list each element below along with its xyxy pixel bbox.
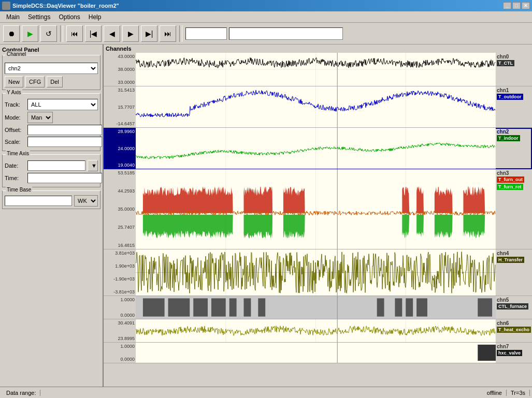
chn-label-1: chn1 T_outdoor — [496, 86, 532, 127]
data-range-label: Data range: — [2, 390, 40, 396]
time-display[interactable]: 2020.07.06 17:38:31.002.675 — [229, 27, 343, 40]
chn-label-7: chn7 hxc_valve — [496, 343, 532, 363]
channel-select-row: chn0 chn1 chn2 chn3 chn4 chn5 chn6 chn7 — [5, 63, 98, 74]
offline-status: offline — [483, 390, 507, 396]
chn-name-4: H_Transfer — [497, 257, 524, 263]
channel-row-7: 1.0000 0.0000 chn7 hxc_valve — [104, 343, 532, 363]
y-bot-3: 16.4815 — [105, 243, 135, 248]
rewind-start-btn[interactable]: ⏮ — [66, 25, 83, 42]
channels-area: Channels 43.0000 38.0000 33.0000 chn0 T_… — [104, 45, 532, 387]
step-fwd-btn[interactable]: ▶| — [141, 25, 157, 42]
statusbar: Data range: offline Tr=3s — [0, 387, 532, 398]
channel-row-6: 30.4091 23.8995 chn6 T_heat_excho — [104, 319, 532, 343]
y-axis-2: 28.9960 24.0000 19.0040 — [104, 128, 136, 169]
chn-label-2: chn2 T_indoor — [496, 128, 532, 169]
y-bot-1: -14.6457 — [105, 121, 135, 126]
date-row: Date: 03/02/20 ▼ — [5, 160, 98, 171]
y-axis-label: Y Axis — [6, 90, 22, 95]
record-btn[interactable]: ⏺ — [3, 25, 20, 42]
scale-row: Scale: 2.81000000 — [5, 137, 98, 147]
chart-area-1[interactable] — [136, 86, 496, 127]
y-mid-4: 1.90e+03 — [105, 263, 135, 269]
chn-name3-2: T_furn_ret — [497, 184, 523, 190]
y-top-5: 1.0000 — [105, 297, 135, 302]
next-btn[interactable]: ▶ — [122, 25, 139, 42]
mode-select[interactable]: Man Auto — [27, 112, 53, 123]
y-mid3-3: 25.7407 — [105, 225, 135, 230]
chn-name3-1: T_furn_out — [497, 176, 524, 183]
chn-id-6: chn6 — [497, 320, 509, 326]
chart-area-0[interactable] — [136, 53, 496, 86]
y-mid-1: 15.7707 — [105, 105, 135, 110]
y-top-6: 30.4091 — [105, 320, 135, 326]
channel-row-0: 43.0000 38.0000 33.0000 chn0 T_CTL — [104, 53, 532, 86]
chn-id-1: chn1 — [497, 87, 509, 93]
track-select[interactable]: ALL chn0 chn1 — [27, 99, 98, 110]
time-label: Time: — [5, 175, 25, 181]
chart-area-5[interactable] — [136, 296, 496, 319]
time-input[interactable]: 15:08:39.026.450 — [27, 173, 102, 183]
time-axis-group: Time Axis Date: 03/02/20 ▼ Time: 15:08:3… — [2, 154, 100, 187]
date-picker-btn[interactable]: ▼ — [88, 160, 98, 171]
menu-settings[interactable]: Settings — [24, 12, 54, 22]
chart-area-7[interactable] — [136, 343, 496, 363]
offset-input[interactable]: -24.00000000 — [27, 125, 102, 135]
del-btn[interactable]: Del — [47, 76, 63, 87]
time-base-unit[interactable]: WK Day Hr Min Sec — [74, 195, 98, 207]
y-bot-6: 23.8995 — [105, 336, 135, 341]
y-top-1: 31.5413 — [105, 87, 135, 93]
chn-id-2: chn2 — [497, 129, 509, 135]
minimize-btn[interactable]: _ — [503, 2, 511, 9]
toolbar-sep2 — [179, 25, 182, 42]
new-btn[interactable]: New — [5, 76, 23, 87]
chn-id-4: chn4 — [497, 250, 509, 256]
y-bot-0: 33.0000 — [105, 80, 135, 85]
close-btn[interactable]: ✕ — [522, 2, 530, 9]
chart-area-4[interactable] — [136, 249, 496, 296]
prev-btn[interactable]: ◀ — [104, 25, 120, 42]
app-icon — [2, 2, 10, 10]
date-label: Date: — [5, 163, 25, 169]
scale-input[interactable]: 2.81000000 — [27, 137, 102, 147]
offset-label: Offset: — [5, 127, 25, 133]
chn-label-4: chn4 H_Transfer — [496, 249, 532, 296]
cfg-btn[interactable]: CFG — [25, 76, 45, 87]
time-row: Time: 15:08:39.026.450 — [5, 173, 98, 183]
y-top-3: 53.5185 — [105, 170, 135, 175]
step-back-btn[interactable]: |◀ — [85, 25, 102, 42]
channel-row-5: 1.0000 0.0000 chn5 CTL_furnace — [104, 296, 532, 319]
y-top-0: 43.0000 — [105, 54, 135, 59]
channel-row-3: 53.5185 44.2593 35.0000 25.7407 16.4815 … — [104, 169, 532, 249]
time-base-value[interactable]: 4 — [5, 196, 72, 206]
chn-name-7: hxc_valve — [497, 350, 522, 356]
y-bot-7: 0.0000 — [105, 357, 135, 362]
date-input[interactable]: 03/02/20 — [27, 160, 85, 171]
y-top-4: 3.81e+03 — [105, 250, 135, 256]
track-row: Track: ALL chn0 chn1 — [5, 99, 98, 110]
fast-fwd-btn[interactable]: ⏭ — [160, 25, 176, 42]
menubar: Main Settings Options Help — [0, 11, 532, 23]
main-area: Control Panel Channel chn0 chn1 chn2 chn… — [0, 45, 532, 387]
chart-area-6[interactable] — [136, 319, 496, 342]
menu-main[interactable]: Main — [2, 12, 24, 22]
y-axis-1: 31.5413 15.7707 -14.6457 — [104, 86, 136, 127]
titlebar: SimpleDCS::DaqViewer "boiler_room2" _ □ … — [0, 0, 532, 11]
chn-label-0: chn0 T_CTL — [496, 53, 532, 86]
y-top-7: 1.0000 — [105, 344, 135, 349]
y-axis-3: 53.5185 44.2593 35.0000 25.7407 16.4815 — [104, 169, 136, 249]
y-top-2: 28.9960 — [105, 129, 135, 134]
chart-area-3[interactable] — [136, 169, 496, 249]
play-btn[interactable]: ▶ — [22, 25, 38, 42]
time-axis-label: Time Axis — [6, 151, 30, 156]
chn-name-2: T_indoor — [497, 135, 520, 141]
y-axis-7: 1.0000 0.0000 — [104, 343, 136, 363]
menu-help[interactable]: Help — [84, 12, 106, 22]
mode-label: Mode: — [5, 114, 25, 121]
toolbar-sep1 — [60, 25, 63, 42]
chart-area-2[interactable] — [136, 128, 496, 169]
refresh-btn[interactable]: ↺ — [40, 25, 57, 42]
menu-options[interactable]: Options — [54, 12, 84, 22]
channel-select[interactable]: chn0 chn1 chn2 chn3 chn4 chn5 chn6 chn7 — [5, 63, 98, 74]
value-display[interactable]: +25.4545 — [185, 27, 227, 40]
maximize-btn[interactable]: □ — [512, 2, 521, 9]
